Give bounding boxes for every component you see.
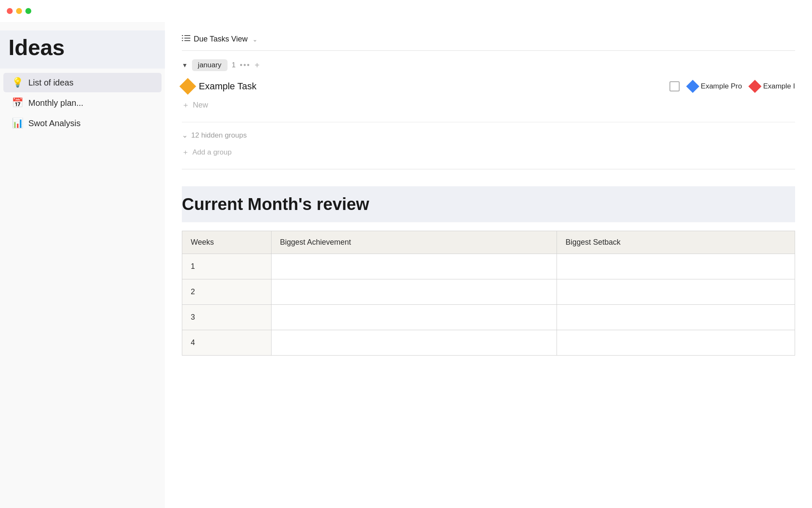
diamond-red-icon (749, 80, 762, 93)
task-column-blue: Example Pro (688, 82, 742, 91)
task-section: ▼ january 1 ••• + Example Task Example P… (182, 51, 795, 122)
review-section-title: Current Month's review (182, 186, 795, 222)
maximize-button[interactable] (25, 8, 31, 14)
view-title: Due Tasks View (194, 35, 247, 44)
view-chevron-icon[interactable]: ⌄ (252, 36, 258, 43)
table-row: 3 (182, 305, 795, 330)
section-divider (182, 169, 795, 169)
list-icon (182, 35, 190, 44)
add-group-plus-icon: ＋ (182, 147, 189, 157)
col-header-achievement: Biggest Achievement (272, 231, 557, 254)
chart-icon: 📊 (12, 118, 23, 129)
sidebar-item-label: Monthly plan... (28, 98, 83, 108)
task-priority-icon (179, 78, 196, 95)
minimize-button[interactable] (16, 8, 22, 14)
sidebar-item-list-of-ideas[interactable]: 💡 List of ideas (3, 73, 162, 92)
setback-cell[interactable] (557, 254, 795, 279)
achievement-cell[interactable] (272, 279, 557, 305)
new-row-label: New (193, 101, 208, 110)
group-options-icon[interactable]: ••• (240, 61, 250, 70)
col-blue-label: Example Pro (701, 82, 742, 91)
table-row: 2 (182, 279, 795, 305)
add-group-button[interactable]: ＋ Add a group (182, 144, 795, 160)
review-table: Weeks Biggest Achievement Biggest Setbac… (182, 231, 795, 356)
table-row: 4 (182, 330, 795, 356)
sidebar-item-swot-analysis[interactable]: 📊 Swot Analysis (3, 113, 162, 133)
task-columns: Example Pro Example I (669, 81, 795, 91)
sidebar-item-monthly-plan[interactable]: 📅 Monthly plan... (3, 93, 162, 113)
sidebar-item-label: List of ideas (28, 78, 74, 88)
task-checkbox[interactable] (669, 81, 680, 91)
main-content: Due Tasks View ⌄ ▼ january 1 ••• + Examp… (165, 22, 812, 508)
setback-cell[interactable] (557, 330, 795, 356)
week-cell: 1 (182, 254, 272, 279)
view-header: Due Tasks View ⌄ (182, 22, 795, 51)
add-group-label: Add a group (192, 148, 232, 157)
group-header: ▼ january 1 ••• + (182, 51, 795, 76)
hidden-groups[interactable]: ⌄ 12 hidden groups (182, 122, 795, 144)
group-chevron-icon[interactable]: ▼ (182, 62, 188, 69)
achievement-cell[interactable] (272, 254, 557, 279)
setback-cell[interactable] (557, 279, 795, 305)
sidebar: Ideas 💡 List of ideas 📅 Monthly plan... … (0, 22, 165, 508)
group-count: 1 (232, 61, 236, 69)
sidebar-title: Ideas (0, 30, 165, 69)
table-header-row: Weeks Biggest Achievement Biggest Setbac… (182, 231, 795, 254)
achievement-cell[interactable] (272, 305, 557, 330)
table-row: Example Task Example Pro Example I (182, 76, 795, 97)
group-name[interactable]: january (192, 59, 228, 71)
calendar-icon: 📅 (12, 97, 23, 108)
task-column-red: Example I (750, 82, 795, 91)
lightbulb-icon: 💡 (12, 77, 23, 88)
week-cell: 4 (182, 330, 272, 356)
task-name[interactable]: Example Task (199, 81, 317, 92)
col-header-setback: Biggest Setback (557, 231, 795, 254)
titlebar (0, 0, 812, 22)
achievement-cell[interactable] (272, 330, 557, 356)
hidden-groups-label: 12 hidden groups (191, 131, 247, 140)
hidden-chevron-icon: ⌄ (182, 131, 188, 140)
week-cell: 2 (182, 279, 272, 305)
sidebar-item-label: Swot Analysis (28, 119, 80, 128)
close-button[interactable] (7, 8, 13, 14)
app-layout: Ideas 💡 List of ideas 📅 Monthly plan... … (0, 22, 812, 508)
col-red-label: Example I (763, 82, 795, 91)
group-add-icon[interactable]: + (255, 61, 260, 70)
new-plus-icon: ＋ (182, 100, 189, 110)
setback-cell[interactable] (557, 305, 795, 330)
diamond-blue-icon (686, 80, 700, 93)
new-row-button[interactable]: ＋ New (182, 97, 795, 113)
week-cell: 3 (182, 305, 272, 330)
col-header-weeks: Weeks (182, 231, 272, 254)
table-row: 1 (182, 254, 795, 279)
